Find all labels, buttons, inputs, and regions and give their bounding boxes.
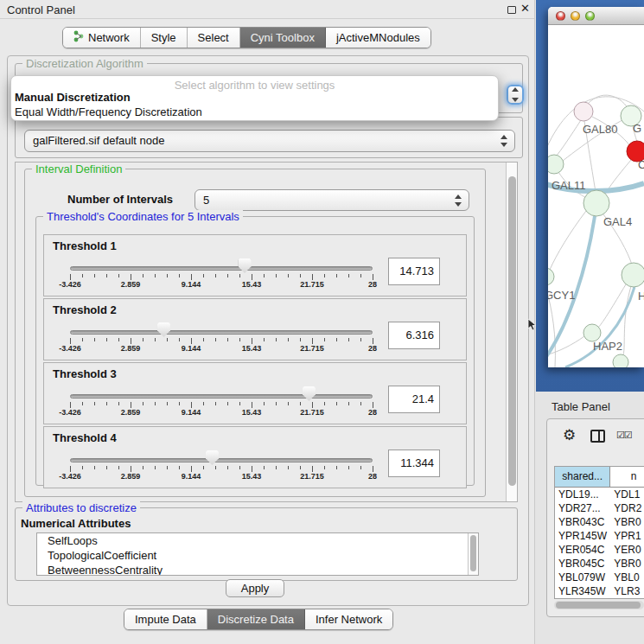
table-row[interactable]: YDL19...YDL1 bbox=[555, 488, 644, 501]
tick-mark bbox=[179, 338, 180, 341]
thresholds-group: Threshold's Coordinates for 5 Intervals … bbox=[35, 216, 475, 486]
tick-mark bbox=[203, 402, 204, 405]
threshold-value-field[interactable]: 21.4 bbox=[388, 386, 440, 413]
tick-mark bbox=[360, 338, 361, 341]
threshold-label: Threshold 4 bbox=[53, 431, 117, 444]
tab-network[interactable]: Network bbox=[63, 28, 141, 48]
split-view-icon[interactable] bbox=[590, 430, 605, 443]
tab-select[interactable]: Select bbox=[188, 28, 240, 48]
threshold-value-field[interactable]: 6.316 bbox=[388, 322, 440, 349]
tab-jactivemnodules[interactable]: jActiveMNodules bbox=[326, 28, 430, 48]
tick-mark bbox=[373, 402, 373, 408]
network-node[interactable] bbox=[583, 190, 609, 216]
tab-impute-data[interactable]: Impute Data bbox=[124, 609, 207, 629]
list-item[interactable]: TopologicalCoefficient bbox=[37, 548, 478, 563]
table-data-combobox[interactable]: galFiltered.sif default node bbox=[24, 130, 515, 152]
vertical-scrollbar[interactable] bbox=[506, 163, 518, 501]
column-header[interactable]: n bbox=[610, 467, 644, 487]
network-view-window[interactable]: GAL80GCGAL11GAL4GCY1HHAP2 bbox=[548, 7, 644, 367]
scrollbar-thumb[interactable] bbox=[470, 535, 476, 571]
tick-mark bbox=[276, 402, 277, 405]
network-node[interactable] bbox=[622, 263, 644, 287]
mac-zoom-icon[interactable] bbox=[585, 11, 595, 21]
slider-thumb[interactable] bbox=[303, 386, 316, 401]
tick-mark bbox=[155, 274, 156, 277]
tick-mark bbox=[252, 274, 252, 280]
table-row[interactable]: YIL052CYIL0 bbox=[555, 598, 644, 599]
panel-title: Control Panel bbox=[7, 3, 75, 16]
table-row[interactable]: YER054CYER0 bbox=[555, 543, 644, 557]
table-row[interactable]: YLR345WYLR3 bbox=[555, 584, 644, 598]
numerical-attributes-list[interactable]: SelfLoopsTopologicalCoefficientBetweenne… bbox=[36, 532, 479, 576]
close-icon[interactable]: ✕ bbox=[520, 2, 530, 15]
network-edge[interactable] bbox=[556, 120, 581, 156]
table-row[interactable]: YPR145WYPR1 bbox=[555, 529, 644, 543]
mac-minimize-icon[interactable] bbox=[571, 11, 580, 21]
node-table[interactable]: shared...n YDL19...YDL1YDR27...YDR2YBR04… bbox=[554, 466, 644, 599]
tab-style[interactable]: Style bbox=[141, 28, 188, 48]
float-window-icon[interactable] bbox=[507, 6, 516, 14]
network-node[interactable] bbox=[574, 102, 593, 121]
slider-track[interactable] bbox=[70, 266, 373, 271]
tab-discretize-data[interactable]: Discretize Data bbox=[207, 609, 305, 629]
tab-infer-network[interactable]: Infer Network bbox=[305, 609, 392, 629]
threshold-panel: Threshold 1-3.4262.8599.14415.4321.71528… bbox=[43, 234, 467, 296]
slider-track[interactable] bbox=[70, 394, 373, 399]
node-label: GAL11 bbox=[552, 179, 586, 192]
popup-option[interactable]: Equal Width/Frequency Discretization bbox=[15, 105, 202, 118]
network-edge[interactable] bbox=[550, 211, 586, 270]
apply-button[interactable]: Apply bbox=[226, 579, 284, 597]
slider-track[interactable] bbox=[70, 458, 373, 462]
interval-scroll-area: Interval Definition Number of Intervals … bbox=[15, 162, 518, 502]
table-row[interactable]: YBR045CYBR0 bbox=[555, 557, 644, 571]
tick-mark bbox=[143, 402, 143, 405]
interval-definition-group: Interval Definition Number of Intervals … bbox=[24, 169, 486, 497]
network-window-titlebar[interactable] bbox=[548, 7, 644, 25]
table-cell: YIL0 bbox=[610, 598, 644, 599]
network-canvas[interactable]: GAL80GCGAL11GAL4GCY1HHAP2 bbox=[548, 25, 644, 367]
threshold-value-field[interactable]: 14.713 bbox=[388, 258, 440, 285]
scrollbar-thumb[interactable] bbox=[508, 176, 516, 486]
slider-thumb[interactable] bbox=[239, 258, 252, 273]
slider-thumb[interactable] bbox=[206, 450, 219, 465]
node-label: C bbox=[638, 158, 644, 171]
list-item[interactable]: BetweennessCentrality bbox=[37, 563, 478, 576]
table-row[interactable]: YBL079WYBL0 bbox=[555, 571, 644, 584]
column-header[interactable]: shared... bbox=[555, 467, 610, 487]
tick-mark bbox=[106, 338, 107, 341]
cyni-toolbox-content: Discretization Algorithm Table Data galF… bbox=[7, 55, 529, 606]
tick-mark bbox=[131, 338, 131, 344]
table-row[interactable]: YBR043CYBR0 bbox=[555, 515, 644, 529]
network-edge[interactable] bbox=[598, 284, 626, 328]
network-node[interactable] bbox=[583, 324, 601, 341]
table-cell: YLR345W bbox=[555, 584, 610, 598]
network-node[interactable] bbox=[548, 268, 554, 285]
scrollbar-thumb[interactable] bbox=[556, 602, 641, 609]
slider-thumb[interactable] bbox=[157, 322, 170, 337]
threshold-panel: Threshold 3-3.4262.8599.14415.4321.71528… bbox=[43, 362, 467, 424]
gear-icon[interactable]: ⚙ bbox=[563, 426, 576, 444]
horizontal-scrollbar[interactable] bbox=[554, 601, 644, 609]
tick-mark bbox=[373, 466, 373, 472]
table-row[interactable]: YDR27...YDR2 bbox=[555, 501, 644, 515]
tick-mark bbox=[82, 338, 83, 341]
threshold-value-field[interactable]: 11.344 bbox=[388, 450, 440, 477]
tick-mark bbox=[239, 338, 240, 341]
list-item[interactable]: SelfLoops bbox=[37, 533, 478, 548]
tick-mark bbox=[264, 274, 265, 277]
column-select-icon[interactable]: ☑☑ bbox=[616, 430, 632, 441]
tick-mark bbox=[167, 274, 168, 277]
network-node[interactable] bbox=[548, 155, 564, 174]
slider-track[interactable] bbox=[70, 330, 373, 335]
number-of-intervals-combobox[interactable]: 5 bbox=[194, 189, 469, 211]
mac-close-icon[interactable] bbox=[556, 11, 565, 21]
list-scrollbar[interactable] bbox=[468, 533, 478, 575]
tick-mark bbox=[106, 402, 107, 405]
tab-cyni-toolbox[interactable]: Cyni Toolbox bbox=[240, 28, 326, 48]
tick-mark bbox=[264, 466, 265, 469]
tick-mark bbox=[106, 274, 107, 277]
network-node[interactable] bbox=[613, 354, 628, 367]
network-edge[interactable] bbox=[623, 286, 631, 355]
algorithm-combo-stepper[interactable] bbox=[507, 85, 524, 105]
popup-option-selected[interactable]: Manual Discretization bbox=[15, 91, 131, 104]
